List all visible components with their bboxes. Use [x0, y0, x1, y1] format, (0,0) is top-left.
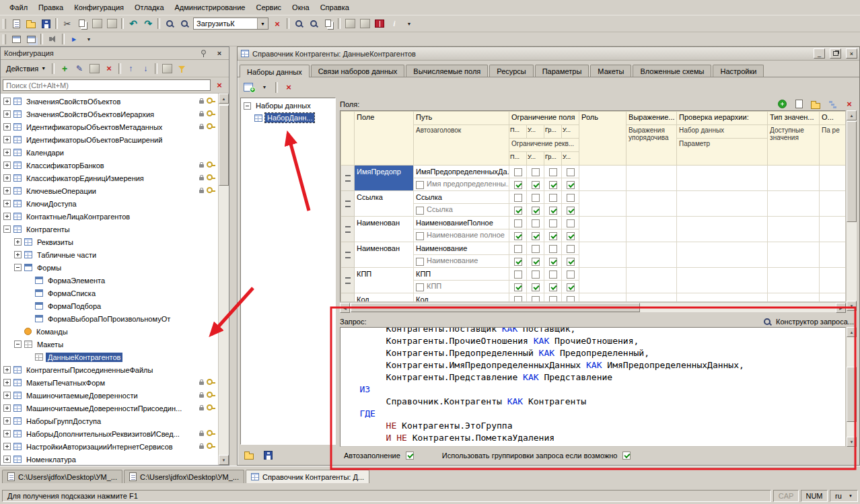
field-type-cell[interactable]	[768, 217, 820, 242]
field-hierarchy-cell[interactable]	[677, 268, 768, 293]
field-expression-cell[interactable]	[626, 217, 677, 242]
field-expression-cell[interactable]	[626, 166, 677, 191]
menu-item[interactable]: Конфигурация	[69, 1, 129, 13]
search-combo-dropdown-icon[interactable]: ▼	[257, 18, 268, 29]
field-restriction-cell[interactable]	[562, 166, 579, 178]
attr-restriction-cell[interactable]	[562, 255, 579, 268]
checkbox-unchecked-icon[interactable]	[532, 194, 540, 202]
checkbox-unchecked-icon[interactable]	[514, 271, 522, 279]
attr-restriction-cell[interactable]	[527, 255, 544, 268]
checkbox-checked-icon[interactable]	[532, 207, 540, 215]
save-query-button[interactable]	[260, 448, 275, 462]
row-marker-cell[interactable]	[341, 293, 355, 303]
tree-item[interactable]: КлассификаторЕдиницИзмерения	[1, 172, 218, 184]
info-button[interactable]: i	[387, 17, 402, 30]
doc-tab[interactable]: Настройки	[713, 65, 764, 77]
attr-restriction-cell[interactable]	[544, 255, 562, 268]
field-design-cell[interactable]	[820, 217, 846, 242]
scroll-up-button[interactable]: ▲	[847, 110, 857, 120]
syntax-check-button[interactable]	[343, 17, 357, 30]
close-panel-button[interactable]: ×	[212, 46, 227, 60]
checkbox-unchecked-icon[interactable]	[567, 271, 575, 279]
scrollbar-track[interactable]	[847, 337, 857, 437]
checkbox-unchecked-icon[interactable]	[549, 245, 557, 253]
checkbox-unchecked-icon[interactable]	[549, 168, 557, 176]
field-restriction-cell[interactable]	[562, 217, 579, 229]
expander-icon[interactable]	[14, 340, 22, 348]
checkbox-unchecked-icon[interactable]	[567, 296, 575, 302]
tree-item[interactable]: КонтрагентыПрисоединенныеФайлы	[1, 363, 218, 376]
expander-icon[interactable]	[3, 379, 11, 386]
copy-special-button[interactable]	[321, 17, 336, 30]
checkbox-unchecked-icon[interactable]	[549, 271, 557, 279]
delete-dataset-button[interactable]: ×	[281, 81, 296, 94]
field-hierarchy-cell[interactable]	[677, 166, 768, 191]
field-path-cell[interactable]: ИмяПредопределенныхДа...	[414, 166, 509, 178]
expander-icon[interactable]	[3, 213, 11, 220]
expander-icon[interactable]	[14, 264, 22, 271]
field-role-cell[interactable]	[579, 217, 626, 242]
attr-restriction-cell[interactable]	[527, 281, 544, 293]
tree-item[interactable]: НастройкиАвторизацииИнтернетСервисов	[1, 440, 218, 453]
field-type-cell[interactable]	[768, 293, 820, 303]
menu-item[interactable]: Файл	[4, 1, 33, 13]
field-restriction-cell[interactable]	[544, 293, 562, 303]
tree-item[interactable]: МашиночитаемыеДоверенности	[1, 389, 218, 402]
add-button[interactable]: +	[57, 62, 72, 75]
field-restriction-cell[interactable]	[544, 268, 562, 281]
tree-item[interactable]: КонтактныеЛицаКонтрагентов	[1, 210, 218, 223]
checkbox-checked-icon[interactable]	[532, 232, 540, 240]
attr-restriction-cell[interactable]	[562, 229, 579, 242]
checkbox-unchecked-icon[interactable]	[567, 194, 575, 202]
checkbox-unchecked-icon[interactable]	[549, 194, 557, 202]
add-dataset-button[interactable]	[241, 81, 256, 94]
attr-restriction-cell[interactable]	[509, 229, 527, 242]
field-restriction-cell[interactable]	[509, 166, 527, 178]
down-button[interactable]: ↓	[138, 62, 153, 75]
find-in-document-button[interactable]	[162, 17, 177, 30]
checkbox-checked-icon[interactable]	[549, 232, 557, 240]
checkbox-checked-icon[interactable]	[549, 207, 557, 215]
field-restriction-cell[interactable]	[562, 191, 579, 204]
field-name-cell[interactable]: Ссылка	[355, 191, 414, 217]
use-grouping-checkbox[interactable]	[622, 452, 631, 460]
field-name-cell[interactable]: Код	[355, 293, 414, 303]
checkbox-checked-icon[interactable]	[567, 232, 575, 240]
checkbox-unchecked-icon[interactable]	[416, 258, 424, 266]
find-button[interactable]	[177, 17, 192, 30]
checkbox-checked-icon[interactable]	[514, 283, 522, 291]
field-path-cell[interactable]: Ссылка	[414, 191, 509, 204]
expander-icon[interactable]	[3, 404, 11, 412]
restore-button[interactable]	[830, 48, 841, 59]
attr-restriction-cell[interactable]	[509, 281, 527, 293]
copy-button[interactable]	[75, 17, 89, 30]
scrollbar-thumb[interactable]	[351, 303, 640, 312]
field-role-cell[interactable]	[579, 191, 626, 217]
scroll-down-button[interactable]: ▼	[219, 455, 229, 465]
field-type-cell[interactable]	[768, 166, 820, 191]
format-check-button[interactable]	[357, 17, 372, 30]
field-name-cell[interactable]: КПП	[355, 268, 414, 293]
add-field-button[interactable]	[775, 98, 789, 111]
field-autotitle-cell[interactable]: КПП	[414, 281, 509, 293]
checkbox-unchecked-icon[interactable]	[532, 219, 540, 227]
tree-item[interactable]: Команды	[1, 325, 218, 338]
attr-restriction-cell[interactable]	[562, 204, 579, 217]
find-previous-button[interactable]	[306, 17, 321, 30]
attr-restriction-cell[interactable]	[527, 229, 544, 242]
expander-icon[interactable]	[3, 187, 11, 194]
search-combo[interactable]: ЗагрузитьК ▼	[193, 17, 268, 30]
tree-item[interactable]: Реквизиты	[1, 236, 218, 248]
checkbox-unchecked-icon[interactable]	[549, 296, 557, 302]
tree-item[interactable]: КлючевыеОперации	[1, 184, 218, 197]
field-design-cell[interactable]	[820, 293, 846, 303]
field-autotitle-cell[interactable]: Ссылка	[414, 204, 509, 217]
menu-item[interactable]: Сервис	[250, 1, 287, 13]
doc-tab[interactable]: Параметры	[535, 65, 589, 77]
window-tab[interactable]: C:\Users\jdfox\Desktop\УМ_...	[124, 470, 244, 483]
checkbox-checked-icon[interactable]	[514, 207, 522, 215]
scrollbar-thumb[interactable]	[219, 105, 229, 186]
field-restriction-cell[interactable]	[544, 166, 562, 178]
window-cascade-button[interactable]	[24, 32, 38, 46]
expander-icon[interactable]	[3, 149, 11, 156]
